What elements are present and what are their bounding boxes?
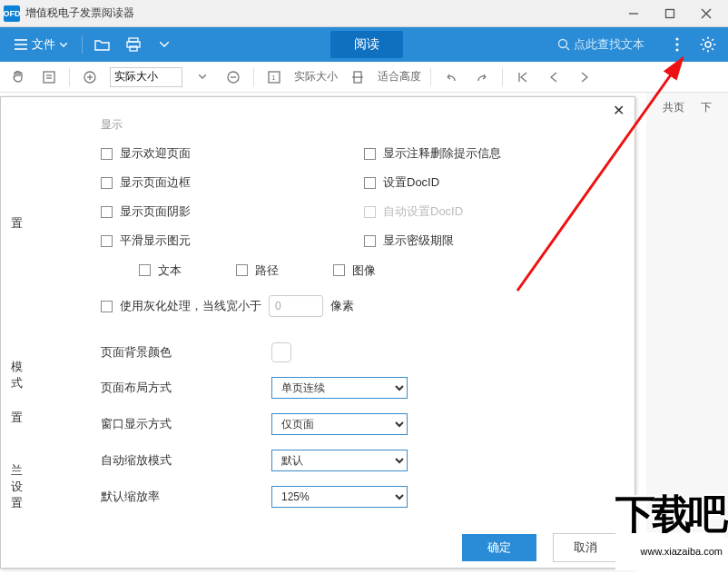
svg-point-15 bbox=[705, 42, 711, 47]
dialog-close-button[interactable]: ✕ bbox=[607, 99, 629, 121]
svg-point-14 bbox=[675, 48, 678, 51]
checkbox-image-label: 图像 bbox=[352, 263, 376, 277]
settings-dialog: ✕ 置 模式 置 兰设置 显示 显示欢迎页面 显示页面边框 显示页面阴影 平滑显… bbox=[0, 96, 635, 569]
checkbox-grayline[interactable] bbox=[101, 301, 113, 312]
zoom-in-icon[interactable] bbox=[79, 66, 101, 88]
autozoom-label: 自动缩放模式 bbox=[101, 452, 271, 469]
layout-select[interactable]: 单页连续 bbox=[271, 377, 408, 399]
checkbox-docid[interactable] bbox=[364, 177, 376, 189]
svg-point-12 bbox=[675, 37, 678, 40]
checkbox-annot-del[interactable] bbox=[364, 148, 376, 160]
checkbox-welcome[interactable] bbox=[101, 148, 113, 160]
display-group-label: 显示 bbox=[101, 117, 616, 133]
autozoom-select[interactable]: 默认 bbox=[271, 450, 408, 471]
checkbox-smooth-label: 平滑显示图元 bbox=[120, 233, 191, 249]
bgcolor-label: 页面背景颜色 bbox=[101, 344, 271, 361]
window-select[interactable]: 仅页面 bbox=[271, 413, 408, 435]
nav-item-2[interactable]: 模式 bbox=[1, 350, 28, 401]
window-title: 增值税电子发票阅读器 bbox=[25, 5, 615, 21]
cancel-button[interactable]: 取消 bbox=[553, 533, 618, 562]
checkbox-shadow[interactable] bbox=[101, 206, 113, 218]
undo-icon[interactable] bbox=[440, 66, 462, 88]
nav-item-3[interactable]: 置 bbox=[1, 401, 28, 435]
checkbox-border[interactable] bbox=[101, 177, 113, 189]
first-page-icon[interactable] bbox=[512, 66, 534, 88]
redo-icon[interactable] bbox=[471, 66, 493, 88]
search-placeholder: 点此查找文本 bbox=[574, 36, 644, 53]
app-icon: OFD bbox=[4, 5, 20, 22]
minimize-button[interactable] bbox=[615, 0, 652, 27]
down-label: 下 bbox=[701, 100, 712, 115]
svg-point-10 bbox=[559, 40, 567, 48]
right-panel: 共页 下 bbox=[646, 93, 728, 538]
more-chevron-icon[interactable] bbox=[153, 34, 175, 55]
svg-line-22 bbox=[703, 48, 704, 50]
svg-point-13 bbox=[675, 43, 678, 45]
defaultzoom-select[interactable]: 125% bbox=[271, 486, 408, 508]
layout-label: 页面布局方式 bbox=[101, 380, 271, 396]
page-total-label: 共页 bbox=[663, 100, 684, 115]
window-label: 窗口显示方式 bbox=[101, 416, 271, 432]
checkbox-path-label: 路径 bbox=[255, 263, 279, 277]
watermark-url: www.xiazaiba.com bbox=[615, 532, 724, 570]
prev-page-icon[interactable] bbox=[543, 66, 565, 88]
checkbox-text[interactable] bbox=[139, 264, 151, 276]
search-box[interactable]: 点此查找文本 bbox=[557, 36, 644, 53]
watermark: 下载吧 www.xiazaiba.com bbox=[615, 496, 724, 570]
grayline-suffix: 像素 bbox=[330, 298, 354, 314]
hamburger-file-menu[interactable]: 文件 bbox=[9, 33, 73, 56]
actual-size-label: 实际大小 bbox=[294, 69, 338, 84]
open-folder-icon[interactable] bbox=[92, 34, 113, 55]
next-page-icon[interactable] bbox=[574, 66, 595, 88]
grayline-input[interactable] bbox=[269, 295, 323, 317]
more-vertical-icon[interactable] bbox=[666, 34, 688, 55]
checkbox-smooth[interactable] bbox=[101, 235, 113, 247]
gear-icon[interactable] bbox=[697, 34, 719, 55]
svg-rect-1 bbox=[666, 9, 674, 17]
checkbox-annot-del-label: 显示注释删除提示信息 bbox=[383, 145, 501, 162]
nav-item-1[interactable]: 置 bbox=[1, 206, 28, 241]
svg-rect-24 bbox=[44, 72, 54, 83]
fit-height-icon[interactable] bbox=[347, 66, 369, 88]
checkbox-docid-label: 设置DocID bbox=[383, 174, 439, 191]
print-icon[interactable] bbox=[123, 34, 144, 55]
checkbox-auto-docid-label: 自动设置DocID bbox=[383, 203, 463, 220]
watermark-text: 下载吧 bbox=[615, 491, 724, 536]
grayline-prefix: 使用灰化处理，当线宽小于 bbox=[120, 298, 261, 314]
checkbox-secret[interactable] bbox=[364, 235, 376, 247]
search-icon bbox=[557, 38, 570, 51]
checkbox-path[interactable] bbox=[236, 264, 248, 276]
checkbox-image[interactable] bbox=[333, 264, 345, 276]
checkbox-shadow-label: 显示页面阴影 bbox=[120, 203, 191, 220]
fit-height-label: 适合高度 bbox=[378, 69, 421, 84]
read-tab[interactable]: 阅读 bbox=[330, 31, 403, 58]
checkbox-welcome-label: 显示欢迎页面 bbox=[120, 145, 191, 162]
checkbox-border-label: 显示页面边框 bbox=[120, 174, 191, 191]
zoom-out-icon[interactable] bbox=[222, 66, 244, 88]
bgcolor-swatch[interactable] bbox=[271, 342, 291, 362]
maximize-button[interactable] bbox=[652, 0, 688, 27]
svg-line-11 bbox=[566, 47, 569, 50]
zoom-select[interactable] bbox=[110, 67, 182, 87]
nav-item-4[interactable]: 兰设置 bbox=[1, 453, 28, 520]
chevron-down-icon bbox=[60, 43, 67, 47]
checkbox-auto-docid bbox=[364, 206, 376, 218]
svg-text:1: 1 bbox=[271, 74, 276, 82]
checkbox-text-label: 文本 bbox=[158, 263, 182, 277]
defaultzoom-label: 默认缩放率 bbox=[101, 489, 271, 505]
zoom-dropdown-icon[interactable] bbox=[192, 66, 213, 88]
actual-size-icon[interactable]: 1 bbox=[263, 66, 285, 88]
file-menu-label: 文件 bbox=[32, 36, 55, 53]
svg-line-20 bbox=[703, 39, 704, 41]
select-tool-icon[interactable] bbox=[38, 66, 60, 88]
close-button[interactable] bbox=[688, 0, 724, 27]
ok-button[interactable]: 确定 bbox=[462, 534, 536, 561]
hand-tool-icon[interactable] bbox=[7, 66, 29, 88]
svg-line-23 bbox=[712, 39, 713, 41]
svg-line-21 bbox=[712, 48, 713, 50]
checkbox-secret-label: 显示密级期限 bbox=[383, 233, 454, 249]
